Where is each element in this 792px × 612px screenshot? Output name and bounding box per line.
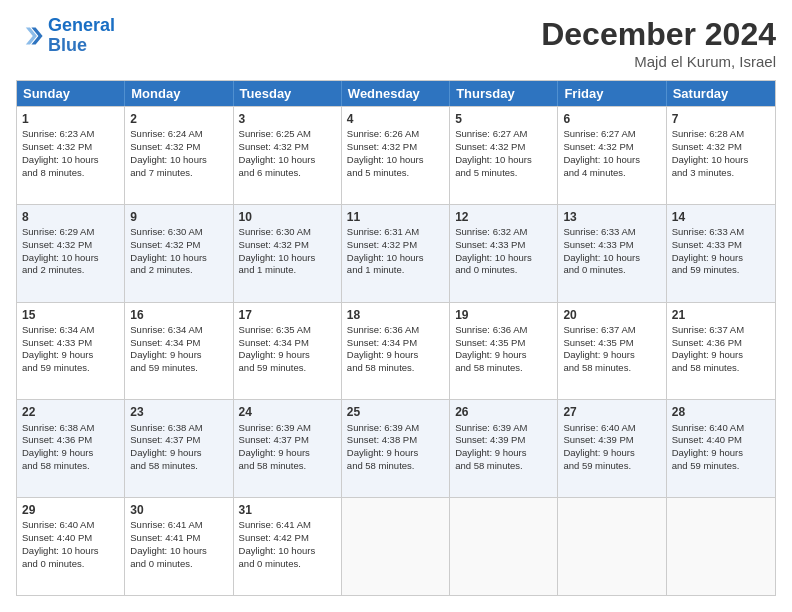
day-cell-18: 18Sunrise: 6:36 AMSunset: 4:34 PMDayligh… — [342, 303, 450, 400]
day-info-line: Sunset: 4:40 PM — [22, 532, 119, 545]
day-cell-15: 15Sunrise: 6:34 AMSunset: 4:33 PMDayligh… — [17, 303, 125, 400]
day-info-line: Daylight: 9 hours — [563, 349, 660, 362]
day-info-line: and 58 minutes. — [130, 460, 227, 473]
day-info-line: Daylight: 9 hours — [130, 349, 227, 362]
day-cell-empty-4-6 — [667, 498, 775, 595]
calendar-row-5: 29Sunrise: 6:40 AMSunset: 4:40 PMDayligh… — [17, 497, 775, 595]
day-info-line: and 1 minute. — [347, 264, 444, 277]
day-cell-7: 7Sunrise: 6:28 AMSunset: 4:32 PMDaylight… — [667, 107, 775, 204]
day-info-line: Sunrise: 6:41 AM — [239, 519, 336, 532]
day-cell-2: 2Sunrise: 6:24 AMSunset: 4:32 PMDaylight… — [125, 107, 233, 204]
day-info-line: Sunrise: 6:30 AM — [130, 226, 227, 239]
day-cell-6: 6Sunrise: 6:27 AMSunset: 4:32 PMDaylight… — [558, 107, 666, 204]
day-number: 3 — [239, 111, 336, 127]
page: General Blue December 2024 Majd el Kurum… — [0, 0, 792, 612]
day-cell-29: 29Sunrise: 6:40 AMSunset: 4:40 PMDayligh… — [17, 498, 125, 595]
day-info-line: Sunrise: 6:40 AM — [563, 422, 660, 435]
day-info-line: Sunset: 4:33 PM — [563, 239, 660, 252]
day-cell-8: 8Sunrise: 6:29 AMSunset: 4:32 PMDaylight… — [17, 205, 125, 302]
day-cell-20: 20Sunrise: 6:37 AMSunset: 4:35 PMDayligh… — [558, 303, 666, 400]
day-number: 12 — [455, 209, 552, 225]
location: Majd el Kurum, Israel — [541, 53, 776, 70]
day-info-line: Daylight: 10 hours — [130, 154, 227, 167]
day-info-line: and 5 minutes. — [455, 167, 552, 180]
day-info-line: and 0 minutes. — [22, 558, 119, 571]
day-number: 18 — [347, 307, 444, 323]
day-number: 9 — [130, 209, 227, 225]
day-info-line: and 3 minutes. — [672, 167, 770, 180]
day-info-line: Daylight: 9 hours — [455, 349, 552, 362]
day-info-line: and 59 minutes. — [672, 264, 770, 277]
day-info-line: Daylight: 9 hours — [347, 447, 444, 460]
day-info-line: Sunrise: 6:27 AM — [455, 128, 552, 141]
day-info-line: Sunrise: 6:24 AM — [130, 128, 227, 141]
day-info-line: Sunset: 4:33 PM — [455, 239, 552, 252]
day-number: 28 — [672, 404, 770, 420]
calendar-body: 1Sunrise: 6:23 AMSunset: 4:32 PMDaylight… — [17, 106, 775, 595]
day-number: 19 — [455, 307, 552, 323]
header: General Blue December 2024 Majd el Kurum… — [16, 16, 776, 70]
calendar-row-4: 22Sunrise: 6:38 AMSunset: 4:36 PMDayligh… — [17, 399, 775, 497]
day-cell-21: 21Sunrise: 6:37 AMSunset: 4:36 PMDayligh… — [667, 303, 775, 400]
day-number: 10 — [239, 209, 336, 225]
day-info-line: Daylight: 9 hours — [563, 447, 660, 460]
day-info-line: and 59 minutes. — [130, 362, 227, 375]
day-info-line: and 58 minutes. — [563, 362, 660, 375]
day-info-line: Sunrise: 6:34 AM — [22, 324, 119, 337]
day-cell-30: 30Sunrise: 6:41 AMSunset: 4:41 PMDayligh… — [125, 498, 233, 595]
day-info-line: Sunset: 4:32 PM — [672, 141, 770, 154]
day-info-line: Sunset: 4:32 PM — [130, 239, 227, 252]
day-info-line: Daylight: 10 hours — [22, 545, 119, 558]
day-number: 13 — [563, 209, 660, 225]
day-number: 24 — [239, 404, 336, 420]
weekday-header-tuesday: Tuesday — [234, 81, 342, 106]
day-info-line: Sunset: 4:35 PM — [563, 337, 660, 350]
day-info-line: Sunset: 4:32 PM — [22, 141, 119, 154]
day-info-line: Sunrise: 6:23 AM — [22, 128, 119, 141]
day-info-line: Daylight: 9 hours — [672, 349, 770, 362]
day-cell-24: 24Sunrise: 6:39 AMSunset: 4:37 PMDayligh… — [234, 400, 342, 497]
day-cell-empty-4-4 — [450, 498, 558, 595]
day-cell-12: 12Sunrise: 6:32 AMSunset: 4:33 PMDayligh… — [450, 205, 558, 302]
day-info-line: Sunrise: 6:33 AM — [563, 226, 660, 239]
day-info-line: Daylight: 10 hours — [239, 252, 336, 265]
day-info-line: Sunset: 4:33 PM — [22, 337, 119, 350]
weekday-header-thursday: Thursday — [450, 81, 558, 106]
day-info-line: Sunset: 4:32 PM — [239, 141, 336, 154]
day-info-line: Sunset: 4:33 PM — [672, 239, 770, 252]
day-info-line: Daylight: 9 hours — [22, 447, 119, 460]
day-info-line: Sunrise: 6:36 AM — [347, 324, 444, 337]
day-cell-23: 23Sunrise: 6:38 AMSunset: 4:37 PMDayligh… — [125, 400, 233, 497]
day-info-line: Daylight: 10 hours — [22, 154, 119, 167]
day-cell-19: 19Sunrise: 6:36 AMSunset: 4:35 PMDayligh… — [450, 303, 558, 400]
day-number: 5 — [455, 111, 552, 127]
day-info-line: Sunset: 4:32 PM — [563, 141, 660, 154]
day-info-line: and 5 minutes. — [347, 167, 444, 180]
day-info-line: Daylight: 10 hours — [22, 252, 119, 265]
day-info-line: Sunrise: 6:40 AM — [22, 519, 119, 532]
day-cell-11: 11Sunrise: 6:31 AMSunset: 4:32 PMDayligh… — [342, 205, 450, 302]
day-info-line: Sunset: 4:32 PM — [455, 141, 552, 154]
day-info-line: Sunset: 4:32 PM — [347, 239, 444, 252]
day-info-line: and 58 minutes. — [672, 362, 770, 375]
day-number: 22 — [22, 404, 119, 420]
day-info-line: and 59 minutes. — [239, 362, 336, 375]
calendar-header: SundayMondayTuesdayWednesdayThursdayFrid… — [17, 81, 775, 106]
day-number: 2 — [130, 111, 227, 127]
day-info-line: and 58 minutes. — [347, 460, 444, 473]
day-cell-31: 31Sunrise: 6:41 AMSunset: 4:42 PMDayligh… — [234, 498, 342, 595]
day-cell-14: 14Sunrise: 6:33 AMSunset: 4:33 PMDayligh… — [667, 205, 775, 302]
calendar-row-1: 1Sunrise: 6:23 AMSunset: 4:32 PMDaylight… — [17, 106, 775, 204]
day-info-line: and 0 minutes. — [455, 264, 552, 277]
logo-line2: Blue — [48, 35, 87, 55]
day-info-line: Daylight: 9 hours — [455, 447, 552, 460]
day-info-line: and 6 minutes. — [239, 167, 336, 180]
day-info-line: Sunset: 4:41 PM — [130, 532, 227, 545]
day-info-line: Sunrise: 6:39 AM — [239, 422, 336, 435]
day-info-line: Daylight: 9 hours — [672, 252, 770, 265]
day-info-line: Sunset: 4:34 PM — [239, 337, 336, 350]
day-info-line: and 0 minutes. — [239, 558, 336, 571]
calendar: SundayMondayTuesdayWednesdayThursdayFrid… — [16, 80, 776, 596]
day-number: 29 — [22, 502, 119, 518]
day-number: 30 — [130, 502, 227, 518]
